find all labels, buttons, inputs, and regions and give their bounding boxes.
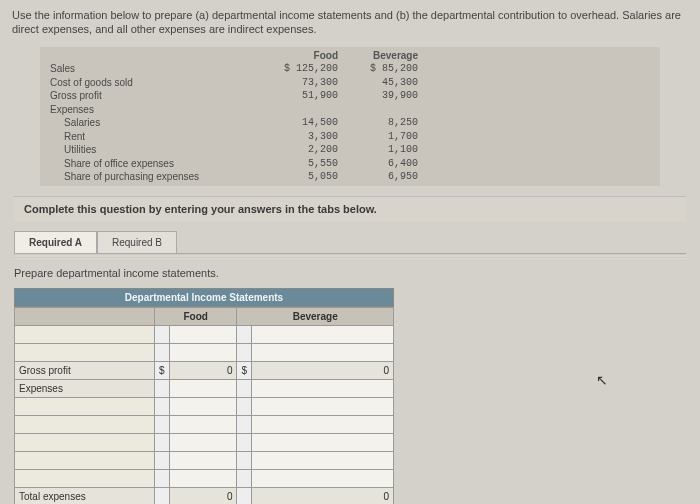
tab-required-b[interactable]: Required B (97, 231, 177, 253)
tab-required-a[interactable]: Required A (14, 231, 97, 253)
row-utilities: Utilities (40, 143, 270, 157)
input-bev-1[interactable] (252, 325, 394, 343)
sheet-title: Departmental Income Statements (14, 288, 394, 307)
col-header-beverage: Beverage (350, 49, 430, 63)
problem-instructions: Use the information below to prepare (a)… (0, 0, 700, 41)
exp-food-4[interactable] (169, 451, 237, 469)
complete-instruction: Complete this question by entering your … (14, 196, 686, 221)
gross-profit-bev: 0 (252, 361, 394, 379)
col-header-food: Food (270, 49, 350, 63)
row-gross-profit-label: Gross profit (15, 361, 155, 379)
exp-label-5[interactable] (15, 469, 155, 487)
row-sales: Sales (40, 62, 270, 76)
tab-stripe (14, 253, 686, 261)
row-gross-profit: Gross profit (40, 89, 270, 103)
total-exp-bev: 0 (252, 487, 394, 504)
exp-bev-5[interactable] (252, 469, 394, 487)
total-exp-food: 0 (169, 487, 237, 504)
row-office: Share of office expenses (40, 157, 270, 171)
tab-bar: Required A Required B (14, 231, 686, 253)
tab-instruction: Prepare departmental income statements. (14, 264, 686, 282)
input-food-2[interactable] (169, 343, 237, 361)
exp-bev-4[interactable] (252, 451, 394, 469)
input-label-1[interactable] (15, 325, 155, 343)
exp-bev-3[interactable] (252, 433, 394, 451)
exp-label-1[interactable] (15, 397, 155, 415)
row-rent: Rent (40, 130, 270, 144)
row-expenses-label: Expenses (15, 379, 155, 397)
exp-bev-2[interactable] (252, 415, 394, 433)
row-salaries: Salaries (40, 116, 270, 130)
input-food-1[interactable] (169, 325, 237, 343)
input-label-2[interactable] (15, 343, 155, 361)
answer-sheet: Departmental Income Statements Food Beve… (14, 288, 394, 504)
exp-food-3[interactable] (169, 433, 237, 451)
exp-food-1[interactable] (169, 397, 237, 415)
exp-label-2[interactable] (15, 415, 155, 433)
row-total-expenses: Total expenses (15, 487, 155, 504)
gross-profit-food: 0 (169, 361, 237, 379)
exp-label-4[interactable] (15, 451, 155, 469)
given-data-block: . Food Beverage Sales$ 125,200$ 85,200 C… (40, 47, 660, 186)
row-purchasing: Share of purchasing expenses (40, 170, 270, 184)
exp-food-5[interactable] (169, 469, 237, 487)
cursor-icon: ↖ (596, 372, 608, 388)
sheet-col-beverage: Beverage (237, 307, 394, 325)
input-bev-2[interactable] (252, 343, 394, 361)
row-cogs: Cost of goods sold (40, 76, 270, 90)
exp-food-2[interactable] (169, 415, 237, 433)
exp-bev-1[interactable] (252, 397, 394, 415)
sheet-col-food: Food (155, 307, 237, 325)
row-expenses-hdr: Expenses (40, 103, 270, 117)
exp-label-3[interactable] (15, 433, 155, 451)
